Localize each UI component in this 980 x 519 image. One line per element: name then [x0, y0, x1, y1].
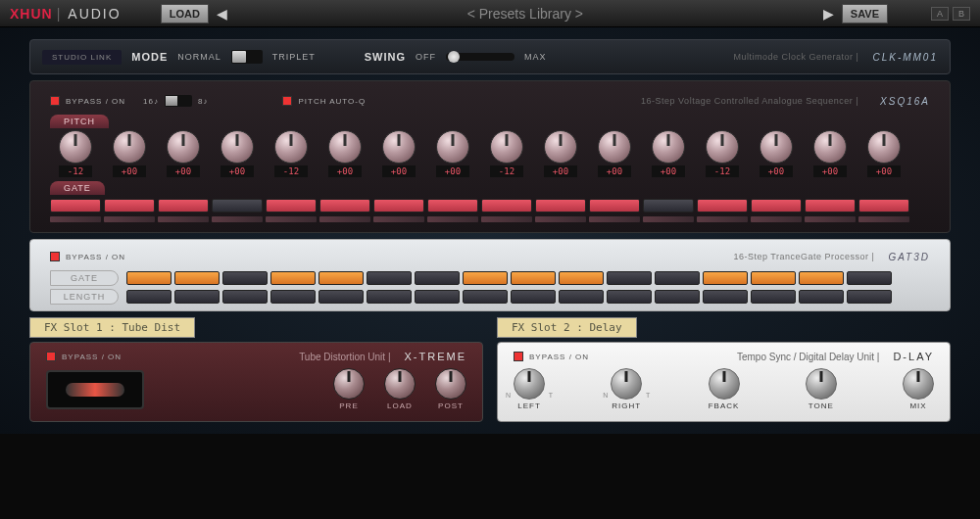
fx1-knob-pre[interactable]	[333, 368, 365, 400]
studio-link-button[interactable]: STUDIO LINK	[42, 50, 122, 65]
fx1-knob-load[interactable]	[384, 368, 416, 400]
seq-gate-step-10[interactable]	[535, 199, 586, 212]
seq-gate-step-7[interactable]	[373, 199, 424, 212]
tg-length-step-9[interactable]	[511, 290, 556, 304]
seq-gate-step-1[interactable]	[50, 199, 101, 212]
fx1-bypass-led[interactable]	[46, 352, 56, 361]
seq-vel-12[interactable]	[643, 216, 694, 222]
seq-gate-step-11[interactable]	[589, 199, 640, 212]
tg-length-step-6[interactable]	[367, 290, 412, 304]
pitch-knob-7[interactable]	[382, 130, 416, 164]
tg-length-step-5[interactable]	[318, 290, 364, 304]
seq-vel-8[interactable]	[427, 216, 478, 222]
tg-gate-step-14[interactable]	[751, 271, 796, 285]
fx2-knob-left[interactable]	[514, 368, 545, 400]
tg-length-step-10[interactable]	[559, 290, 604, 304]
seq-gate-step-12[interactable]	[643, 199, 694, 212]
gate-bypass[interactable]: BYPASS / ON	[50, 252, 125, 261]
seq-vel-15[interactable]	[805, 216, 856, 222]
pitch-knob-14[interactable]	[760, 130, 793, 164]
pitch-knob-5[interactable]	[274, 130, 308, 164]
fx2-tab[interactable]: FX Slot 2 : Delay	[497, 317, 637, 338]
pitch-knob-8[interactable]	[436, 130, 469, 164]
seq-vel-3[interactable]	[158, 216, 209, 222]
tg-length-step-12[interactable]	[655, 290, 700, 304]
view-b-button[interactable]: B	[953, 7, 970, 21]
tg-gate-step-8[interactable]	[463, 271, 508, 285]
pitch-knob-11[interactable]	[598, 130, 631, 164]
seq-gate-step-9[interactable]	[481, 199, 532, 212]
view-a-button[interactable]: A	[931, 7, 949, 21]
pitch-knob-3[interactable]	[167, 130, 200, 164]
pitch-knob-1[interactable]	[59, 130, 92, 164]
seq-vel-2[interactable]	[104, 216, 155, 222]
pitch-knob-13[interactable]	[706, 130, 739, 164]
fx2-bypass-led[interactable]	[514, 352, 523, 361]
swing-slider[interactable]	[446, 53, 514, 61]
seq-vel-10[interactable]	[535, 216, 586, 222]
pitch-knob-2[interactable]	[113, 130, 146, 164]
seq-gate-step-16[interactable]	[858, 199, 909, 212]
tg-length-step-16[interactable]	[847, 290, 892, 304]
fx2-bypass[interactable]: BYPASS / ON	[514, 352, 589, 361]
pitch-knob-15[interactable]	[813, 130, 847, 164]
seq-vel-6[interactable]	[319, 216, 370, 222]
tg-gate-step-4[interactable]	[270, 271, 316, 285]
seq-gate-step-15[interactable]	[805, 199, 856, 212]
tg-gate-step-3[interactable]	[222, 271, 268, 285]
fx2-knob-fback[interactable]	[709, 368, 740, 400]
tg-length-step-15[interactable]	[799, 290, 844, 304]
save-button[interactable]: SAVE	[842, 4, 888, 24]
pitch-knob-12[interactable]	[652, 130, 685, 164]
gate-bypass-led[interactable]	[50, 252, 60, 261]
seq-gate-step-14[interactable]	[751, 199, 802, 212]
fx2-knob-right[interactable]	[611, 368, 642, 400]
mode-toggle[interactable]	[231, 50, 263, 64]
seq-gate-step-2[interactable]	[104, 199, 155, 212]
tg-length-step-14[interactable]	[751, 290, 796, 304]
seq-bypass-led[interactable]	[50, 96, 60, 106]
tg-gate-step-7[interactable]	[415, 271, 460, 285]
tg-gate-step-2[interactable]	[174, 271, 220, 285]
load-button[interactable]: LOAD	[161, 4, 209, 24]
seq-gate-step-8[interactable]	[427, 199, 478, 212]
seq-vel-16[interactable]	[858, 216, 909, 222]
seq-gate-step-4[interactable]	[212, 199, 263, 212]
seq-vel-5[interactable]	[266, 216, 317, 222]
seq-gate-step-5[interactable]	[266, 199, 317, 212]
steps-toggle[interactable]	[165, 95, 192, 107]
seq-vel-13[interactable]	[697, 216, 748, 222]
fx2-knob-tone[interactable]	[806, 368, 837, 400]
tg-gate-step-5[interactable]	[318, 271, 364, 285]
tg-length-step-3[interactable]	[222, 290, 268, 304]
pitch-autoq-led[interactable]	[282, 96, 292, 106]
tg-length-step-8[interactable]	[463, 290, 508, 304]
seq-gate-step-3[interactable]	[158, 199, 209, 212]
tg-gate-step-15[interactable]	[799, 271, 844, 285]
seq-vel-7[interactable]	[373, 216, 424, 222]
preset-display[interactable]: < Presets Library >	[235, 6, 815, 22]
preset-next-button[interactable]: ▶	[815, 6, 842, 22]
tg-gate-step-13[interactable]	[703, 271, 748, 285]
seq-gate-step-6[interactable]	[319, 199, 370, 212]
tg-length-step-2[interactable]	[174, 290, 220, 304]
preset-prev-button[interactable]: ◀	[209, 6, 235, 22]
fx2-knob-mix[interactable]	[903, 368, 934, 400]
tg-gate-step-9[interactable]	[511, 271, 556, 285]
pitch-knob-16[interactable]	[867, 130, 901, 164]
seq-vel-11[interactable]	[589, 216, 640, 222]
tg-gate-step-16[interactable]	[847, 271, 892, 285]
fx1-tab[interactable]: FX Slot 1 : Tube Dist	[29, 317, 195, 338]
seq-vel-4[interactable]	[212, 216, 263, 222]
seq-vel-14[interactable]	[751, 216, 802, 222]
tg-length-step-7[interactable]	[415, 290, 460, 304]
pitch-knob-10[interactable]	[544, 130, 577, 164]
seq-vel-1[interactable]	[50, 216, 101, 222]
tg-length-step-4[interactable]	[270, 290, 316, 304]
seq-gate-step-13[interactable]	[697, 199, 748, 212]
pitch-knob-6[interactable]	[328, 130, 362, 164]
pitch-knob-4[interactable]	[220, 130, 254, 164]
pitch-knob-9[interactable]	[490, 130, 523, 164]
tg-length-step-11[interactable]	[607, 290, 652, 304]
fx1-knob-post[interactable]	[435, 368, 466, 400]
